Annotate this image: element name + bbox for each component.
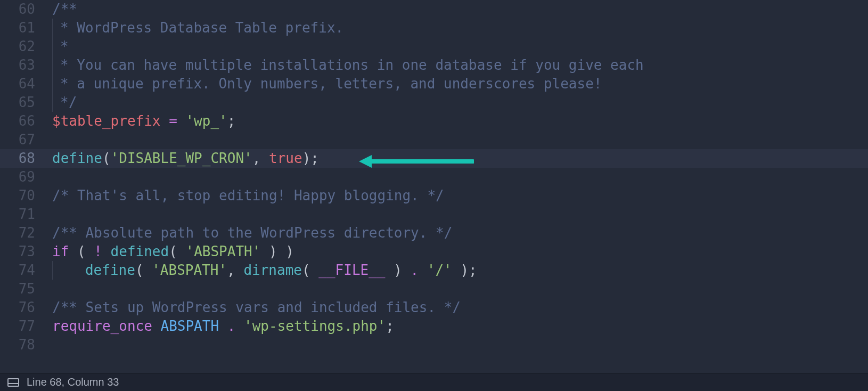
code-line[interactable]: 65*/ xyxy=(0,93,868,112)
code-line[interactable]: 72/** Absolute path to the WordPress dir… xyxy=(0,224,868,242)
line-number: 66 xyxy=(0,112,45,131)
code-line[interactable]: 76/** Sets up WordPress vars and include… xyxy=(0,298,868,317)
code-line[interactable]: 75 xyxy=(0,280,868,298)
token xyxy=(419,261,427,280)
code-line[interactable]: 68define('DISABLE_WP_CRON', true); xyxy=(0,149,868,168)
line-number: 73 xyxy=(0,242,45,261)
panel-toggle-icon[interactable] xyxy=(7,378,19,387)
line-number: 67 xyxy=(0,131,45,149)
code-line[interactable]: 73if ( ! defined( 'ABSPATH' ) ) xyxy=(0,242,868,261)
code-content[interactable]: * xyxy=(45,37,868,56)
code-content[interactable]: define('DISABLE_WP_CRON', true); xyxy=(45,149,868,168)
token: /** xyxy=(52,0,77,19)
indent-guide xyxy=(52,56,53,75)
token: ) ) xyxy=(260,242,294,261)
status-bar: Line 68, Column 33 xyxy=(0,373,868,391)
code-line[interactable]: 77require_once ABSPATH . 'wp-settings.ph… xyxy=(0,317,868,336)
token xyxy=(152,317,161,336)
token: ) xyxy=(386,261,411,280)
token xyxy=(219,317,227,336)
indent-guide xyxy=(52,19,53,37)
token: define xyxy=(85,261,135,280)
line-number: 74 xyxy=(0,261,45,280)
code-line[interactable]: 64* a unique prefix. Only numbers, lette… xyxy=(0,75,868,93)
code-content[interactable]: /** Absolute path to the WordPress direc… xyxy=(45,224,868,242)
token: 'wp_' xyxy=(185,112,227,131)
token: defined xyxy=(111,242,169,261)
line-number: 75 xyxy=(0,280,45,298)
token: /* That's all, stop editing! Happy blogg… xyxy=(52,186,444,205)
code-content[interactable]: define( 'ABSPATH', dirname( __FILE__ ) .… xyxy=(45,261,868,280)
code-content[interactable]: * WordPress Database Table prefix. xyxy=(45,19,868,37)
token: * xyxy=(60,37,69,56)
token xyxy=(235,317,244,336)
code-content[interactable]: * You can have multiple installations in… xyxy=(45,56,868,75)
code-line[interactable]: 62* xyxy=(0,37,868,56)
line-number: 63 xyxy=(0,56,45,75)
code-content[interactable]: * a unique prefix. Only numbers, letters… xyxy=(45,75,868,93)
indent-guide xyxy=(52,261,53,280)
token xyxy=(102,242,111,261)
token: ! xyxy=(94,242,102,261)
token: ( xyxy=(69,242,94,261)
token: ; xyxy=(227,112,236,131)
code-line[interactable]: 71 xyxy=(0,205,868,224)
token: ( xyxy=(169,242,185,261)
token: . xyxy=(411,261,419,280)
code-line[interactable]: 63* You can have multiple installations … xyxy=(0,56,868,75)
code-content[interactable]: /** xyxy=(45,0,868,19)
token: 'wp-settings.php' xyxy=(244,317,386,336)
line-number: 62 xyxy=(0,37,45,56)
token: 'ABSPATH' xyxy=(185,242,260,261)
code-line[interactable]: 61* WordPress Database Table prefix. xyxy=(0,19,868,37)
code-content[interactable]: */ xyxy=(45,93,868,112)
code-content[interactable]: /** Sets up WordPress vars and included … xyxy=(45,298,868,317)
token: ; xyxy=(386,317,394,336)
token: 'DISABLE_WP_CRON' xyxy=(111,149,252,168)
indent-guide xyxy=(52,93,53,112)
line-number: 61 xyxy=(0,19,45,37)
code-line[interactable]: 69 xyxy=(0,168,868,186)
line-number: 64 xyxy=(0,75,45,93)
line-number: 71 xyxy=(0,205,45,224)
token: . xyxy=(227,317,236,336)
code-line[interactable]: 66$table_prefix = 'wp_'; xyxy=(0,112,868,131)
indent-guide xyxy=(52,37,53,56)
line-number: 70 xyxy=(0,186,45,205)
code-content[interactable]: if ( ! defined( 'ABSPATH' ) ) xyxy=(45,242,868,261)
code-content[interactable]: $table_prefix = 'wp_'; xyxy=(45,112,868,131)
token: , xyxy=(252,149,269,168)
line-number: 72 xyxy=(0,224,45,242)
token: $table_prefix xyxy=(52,112,161,131)
token: require_once xyxy=(52,317,152,336)
code-content[interactable]: require_once ABSPATH . 'wp-settings.php'… xyxy=(45,317,868,336)
token: , xyxy=(227,261,243,280)
token: 'ABSPATH' xyxy=(152,261,227,280)
token: '/' xyxy=(427,261,452,280)
code-line[interactable]: 67 xyxy=(0,131,868,149)
code-line[interactable]: 78 xyxy=(0,336,868,354)
token xyxy=(177,112,186,131)
token: ( xyxy=(102,149,111,168)
line-number: 76 xyxy=(0,298,45,317)
indent-guide xyxy=(52,75,53,93)
cursor-position-label: Line 68, Column 33 xyxy=(27,376,119,388)
token xyxy=(60,261,85,280)
line-number: 78 xyxy=(0,336,45,354)
code-editor[interactable]: 60/**61* WordPress Database Table prefix… xyxy=(0,0,868,373)
code-line[interactable]: 60/** xyxy=(0,0,868,19)
token: * WordPress Database Table prefix. xyxy=(60,19,343,37)
token: ( xyxy=(302,261,318,280)
token: ( xyxy=(135,261,152,280)
token: dirname xyxy=(243,261,302,280)
code-line[interactable]: 74 define( 'ABSPATH', dirname( __FILE__ … xyxy=(0,261,868,280)
token: define xyxy=(52,149,102,168)
token: * You can have multiple installations in… xyxy=(60,56,644,75)
code-content[interactable]: /* That's all, stop editing! Happy blogg… xyxy=(45,186,868,205)
token: __FILE__ xyxy=(318,261,385,280)
code-line[interactable]: 70/* That's all, stop editing! Happy blo… xyxy=(0,186,868,205)
token: /** Absolute path to the WordPress direc… xyxy=(52,224,452,242)
token: ); xyxy=(452,261,477,280)
line-number: 69 xyxy=(0,168,45,186)
line-number: 77 xyxy=(0,317,45,336)
